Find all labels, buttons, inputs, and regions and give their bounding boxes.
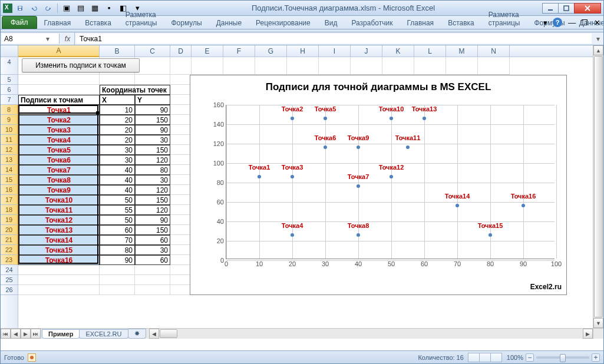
cell-point-label[interactable]: Точка11: [18, 205, 100, 215]
tab-nav-last-button[interactable]: ⏭: [31, 329, 41, 339]
row-header[interactable]: 9: [1, 115, 18, 125]
cell[interactable]: [170, 125, 192, 135]
vertical-scrollbar[interactable]: ▲ ▼: [593, 45, 603, 328]
qat-button-1[interactable]: ▣: [60, 2, 73, 14]
row-header[interactable]: 19: [1, 215, 18, 225]
file-tab[interactable]: Файл: [2, 16, 37, 29]
view-page-layout-button[interactable]: [479, 353, 491, 362]
cell[interactable]: [18, 275, 100, 285]
header-merged-coord[interactable]: Координаты точек: [100, 85, 170, 95]
cell-y[interactable]: 90: [135, 215, 170, 225]
cell[interactable]: [319, 57, 351, 75]
cell-x[interactable]: 50: [100, 215, 135, 225]
cell-point-label[interactable]: Точка12: [18, 215, 100, 225]
cell[interactable]: [170, 195, 192, 205]
ribbon-tab[interactable]: Рецензирование: [249, 17, 318, 29]
row-header[interactable]: 16: [1, 185, 18, 195]
formula-input[interactable]: Точка1: [76, 34, 592, 44]
ribbon-tab[interactable]: Разметка страницы: [481, 9, 527, 29]
cell-x[interactable]: 70: [100, 235, 135, 245]
ribbon-tab[interactable]: Главная: [37, 17, 78, 29]
scroll-right-button[interactable]: ▶: [583, 329, 593, 339]
row-header[interactable]: 22: [1, 245, 18, 255]
formula-bar-expand-icon[interactable]: ▾: [593, 32, 603, 45]
cell[interactable]: [135, 265, 170, 275]
horizontal-scroll-thumb[interactable]: [160, 329, 177, 338]
row-header[interactable]: 8: [1, 105, 18, 115]
cell[interactable]: [135, 275, 170, 285]
view-normal-button[interactable]: [468, 353, 480, 362]
row-header[interactable]: 14: [1, 165, 18, 175]
cell[interactable]: [170, 85, 192, 95]
zoom-in-button[interactable]: +: [592, 353, 600, 362]
change-labels-button[interactable]: Изменить подписи к точкам: [22, 58, 140, 72]
cell[interactable]: [170, 155, 192, 165]
cell[interactable]: [414, 57, 446, 75]
qat-redo-button[interactable]: [42, 2, 55, 14]
cell-x[interactable]: 30: [100, 155, 135, 165]
cell[interactable]: [170, 135, 192, 145]
cell-x[interactable]: 20: [100, 135, 135, 145]
cell-y[interactable]: 120: [135, 155, 170, 165]
cell[interactable]: [192, 57, 223, 75]
name-box-input[interactable]: [2, 35, 43, 43]
scroll-up-button[interactable]: ▲: [593, 45, 603, 55]
horizontal-scrollbar[interactable]: ◀ ▶: [149, 329, 593, 339]
cell-point-label[interactable]: Точка2: [18, 115, 100, 125]
cell[interactable]: [170, 285, 192, 295]
column-header[interactable]: J: [351, 45, 382, 57]
row-header[interactable]: 26: [1, 285, 18, 295]
cell[interactable]: [255, 57, 287, 75]
cell[interactable]: [170, 225, 192, 235]
cell-y[interactable]: 120: [135, 205, 170, 215]
row-header[interactable]: 7: [1, 95, 18, 105]
row-header[interactable]: 5: [1, 75, 18, 85]
row-header[interactable]: 10: [1, 125, 18, 135]
cell[interactable]: [18, 75, 100, 85]
cell-point-label[interactable]: Точка4: [18, 135, 100, 145]
cell[interactable]: [170, 255, 192, 265]
header-x[interactable]: X: [100, 95, 135, 105]
sheet-tab[interactable]: EXCEL2.RU: [79, 329, 128, 339]
cell[interactable]: [170, 105, 192, 115]
chart-object[interactable]: Подписи для точной диаграммы в MS EXCEL0…: [190, 75, 567, 295]
ribbon-tab[interactable]: Разметка страницы: [118, 9, 164, 29]
column-header[interactable]: A: [18, 45, 100, 57]
cell-y[interactable]: 60: [135, 255, 170, 265]
vertical-scroll-thumb[interactable]: [594, 56, 603, 317]
select-all-corner[interactable]: [1, 45, 18, 57]
cell[interactable]: [18, 265, 100, 275]
help-icon[interactable]: ?: [553, 18, 562, 27]
column-header[interactable]: C: [135, 45, 170, 57]
row-header[interactable]: 18: [1, 205, 18, 215]
minimize-button[interactable]: [542, 3, 559, 14]
cell[interactable]: [100, 285, 135, 295]
row-header[interactable]: 25: [1, 275, 18, 285]
cell-point-label[interactable]: Точка1: [18, 105, 100, 115]
cell[interactable]: [170, 115, 192, 125]
workbook-close-button[interactable]: ✕: [590, 17, 601, 28]
cell-y[interactable]: 120: [135, 185, 170, 195]
row-header[interactable]: 6: [1, 85, 18, 95]
maximize-button[interactable]: [558, 3, 575, 14]
zoom-slider[interactable]: [536, 356, 589, 359]
cells-grid[interactable]: Изменить подписи к точкамКоординаты точе…: [18, 57, 593, 328]
cell-point-label[interactable]: Точка6: [18, 155, 100, 165]
close-button[interactable]: [574, 3, 601, 14]
cell[interactable]: [170, 175, 192, 185]
cell-x[interactable]: 60: [100, 225, 135, 235]
row-header[interactable]: 24: [1, 265, 18, 275]
cell[interactable]: [351, 57, 382, 75]
cell[interactable]: [478, 57, 510, 75]
ribbon-tab[interactable]: Разработчик: [344, 17, 400, 29]
cell-y[interactable]: 90: [135, 105, 170, 115]
row-header[interactable]: 20: [1, 225, 18, 235]
cell[interactable]: [170, 75, 192, 85]
cell-y[interactable]: 90: [135, 125, 170, 135]
cell-y[interactable]: 30: [135, 135, 170, 145]
cell[interactable]: [100, 75, 135, 85]
row-headers[interactable]: 4567891011121314151617181920212223242526: [1, 57, 18, 328]
cell-point-label[interactable]: Точка7: [18, 165, 100, 175]
ribbon-tab[interactable]: Данные: [209, 17, 249, 29]
cell-point-label[interactable]: Точка5: [18, 145, 100, 155]
